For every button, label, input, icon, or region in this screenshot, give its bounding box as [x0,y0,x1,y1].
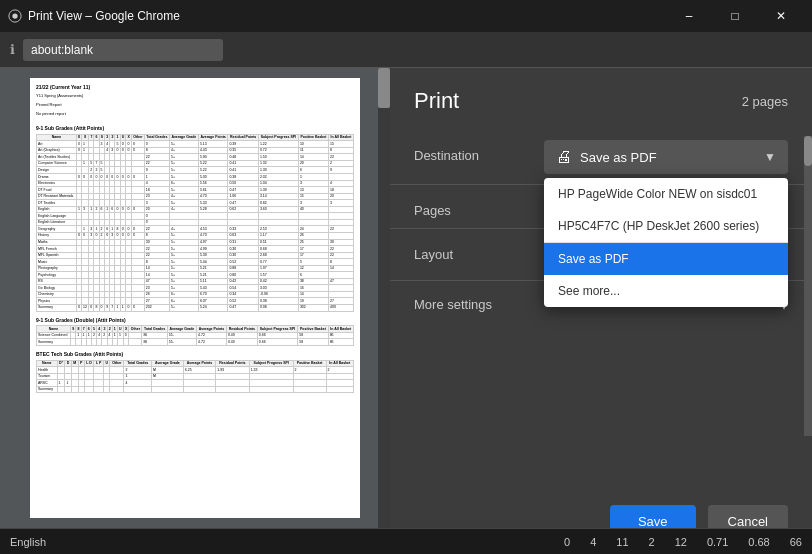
title-bar-controls: – □ ✕ [666,0,804,32]
status-num-3: 11 [616,536,628,548]
preview-header: 21/22 (Current Year 11) [36,84,354,91]
status-num-7: 0.68 [748,536,769,548]
maximize-button[interactable]: □ [712,0,758,32]
title-bar: Print View – Google Chrome – □ ✕ [0,0,812,32]
pages-label: Pages [414,195,544,218]
status-numbers: 0 4 11 2 12 0.71 0.68 66 [564,536,802,548]
section3-title: BTEC Tech Sub Grades (Attit Points) [36,351,354,358]
destination-select[interactable]: 🖨 Save as PDF ▼ [544,140,788,174]
more-settings-label: More settings [414,297,492,312]
main-layout: 21/22 (Current Year 11) Y11 Spring (Asse… [0,68,812,554]
pdf-icon: 🖨 [556,148,572,166]
dropdown-item-hp-deskjet[interactable]: HP5C4F7C (HP DeskJet 2600 series) [544,210,788,242]
dropdown-item-see-more[interactable]: See more... [544,275,788,307]
preview-table-3: NameD*DMPL DL PUOtherTotal GradesAverage… [36,360,354,394]
section2-title: 9-1 Sub Grades (Double) (Attit Points) [36,317,354,324]
preview-sub2: Pinned Report [36,102,354,107]
dropdown-item-save-pdf[interactable]: Save as PDF [544,243,788,275]
layout-label: Layout [414,239,544,262]
settings-header: Print 2 pages [390,68,812,130]
destination-selected: 🖨 Save as PDF [556,148,657,166]
svg-point-1 [12,13,17,18]
preview-scrollbar-thumb [378,68,390,108]
status-num-8: 66 [790,536,802,548]
preview-page: 21/22 (Current Year 11) Y11 Spring (Asse… [30,78,360,518]
preview-sub1: Y11 Spring (Assessments) [36,93,354,98]
preview-panel: 21/22 (Current Year 11) Y11 Spring (Asse… [0,68,390,554]
preview-table-2: Name987654321UXOtherTotal GradesAverage … [36,325,354,346]
status-num-2: 4 [590,536,596,548]
preview-scrollbar[interactable] [378,68,390,554]
section1-title: 9-1 Sub Grades (Attit Points) [36,125,354,132]
destination-control: 🖨 Save as PDF ▼ HP PageWide Color NEW on… [544,140,788,174]
status-num-1: 0 [564,536,570,548]
info-icon: ℹ [10,42,15,57]
status-num-5: 12 [675,536,687,548]
language-indicator: English [10,536,46,548]
pages-count: 2 pages [742,94,788,109]
status-bar: English 0 4 11 2 12 0.71 0.68 66 [0,528,812,554]
destination-value: Save as PDF [580,150,657,165]
preview-content: 21/22 (Current Year 11) Y11 Spring (Asse… [36,84,354,393]
chevron-down-icon: ▼ [764,150,776,164]
preview-sub3: No pinned report [36,111,354,116]
chrome-icon [8,9,22,23]
settings-scrollbar-thumb [804,136,812,166]
minimize-button[interactable]: – [666,0,712,32]
print-title: Print [414,88,459,114]
destination-row: Destination 🖨 Save as PDF ▼ HP PageWide … [390,130,812,185]
destination-label: Destination [414,140,544,163]
dropdown-item-hp-pagewide[interactable]: HP PageWide Color NEW on sisdc01 [544,178,788,210]
print-settings-panel: Print 2 pages Destination 🖨 Save as PDF … [390,68,812,554]
address-input[interactable] [23,39,223,61]
status-num-6: 0.71 [707,536,728,548]
destination-dropdown: HP PageWide Color NEW on sisdc01 HP5C4F7… [544,178,788,307]
title-bar-left: Print View – Google Chrome [8,9,180,23]
close-button[interactable]: ✕ [758,0,804,32]
preview-table-1: Name8876S321UXOtherTotal GradesAverage G… [36,134,354,312]
address-bar: ℹ [0,32,812,68]
status-num-4: 2 [649,536,655,548]
settings-scrollbar[interactable] [804,136,812,436]
title-bar-title: Print View – Google Chrome [28,9,180,23]
